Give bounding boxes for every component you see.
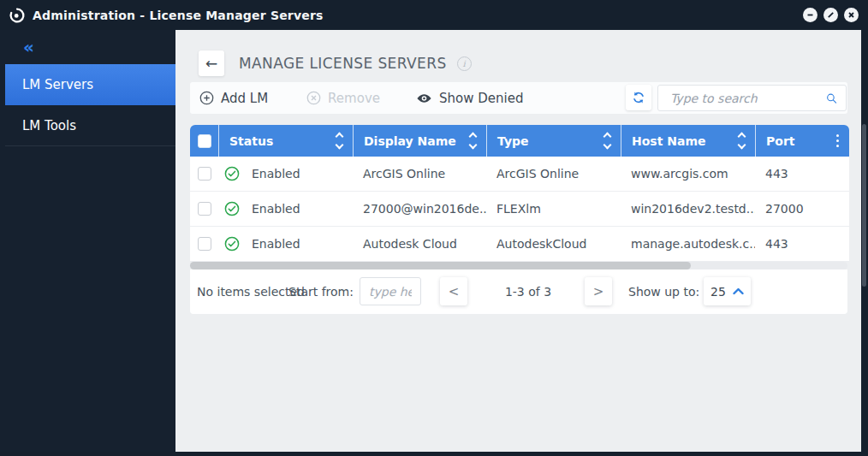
- search-input[interactable]: [658, 92, 826, 105]
- column-label: Type: [497, 134, 529, 148]
- page-size-value: 25: [710, 285, 726, 299]
- status-text: Enabled: [252, 237, 300, 251]
- column-header-status[interactable]: Status: [218, 125, 353, 157]
- remove-button[interactable]: Remove: [306, 91, 380, 106]
- app-logo-icon: [9, 7, 26, 24]
- port-cell: 443: [755, 227, 849, 261]
- row-checkbox[interactable]: [198, 167, 211, 181]
- page-header: ← MANAGE LICENSE SERVERS i: [199, 50, 472, 76]
- refresh-icon: [632, 91, 645, 104]
- sidebar-item-lm-servers[interactable]: LM Servers: [5, 64, 175, 105]
- start-from-input[interactable]: [360, 277, 421, 305]
- next-page-button[interactable]: >: [585, 277, 612, 305]
- search-box: [657, 85, 847, 111]
- sort-icon[interactable]: [604, 133, 610, 148]
- status-enabled-icon: [224, 166, 240, 181]
- page-title: MANAGE LICENSE SERVERS: [239, 55, 447, 72]
- column-header-type[interactable]: Type: [486, 125, 621, 157]
- chevron-up-icon: [733, 287, 744, 295]
- search-icon[interactable]: [826, 91, 837, 106]
- show-up-to-label: Show up to:: [628, 285, 699, 299]
- sidebar-collapse-icon[interactable]: «: [23, 37, 34, 57]
- host-name-cell: win2016dev2.testd...: [621, 192, 755, 226]
- column-header-port[interactable]: Port: [755, 125, 849, 157]
- sort-icon[interactable]: [470, 133, 476, 148]
- show-denied-button[interactable]: Show Denied: [416, 91, 523, 106]
- sidebar-item-lm-tools[interactable]: LM Tools: [5, 105, 175, 146]
- column-label: Port: [766, 134, 794, 148]
- page-range-text: 1-3 of 3: [477, 285, 580, 299]
- start-from-label: Start from:: [288, 285, 354, 299]
- column-header-display-name[interactable]: Display Name: [353, 125, 486, 157]
- column-menu-icon[interactable]: [836, 134, 839, 147]
- port-cell: 27000: [755, 192, 849, 226]
- table-row[interactable]: Enabled 27000@win2016de... FLEXlm win201…: [190, 192, 849, 227]
- add-icon: [199, 91, 214, 105]
- column-label: Display Name: [364, 134, 456, 148]
- app-window: Administration - License Manager Servers…: [0, 0, 868, 456]
- row-checkbox[interactable]: [198, 237, 211, 251]
- host-name-cell: manage.autodesk.c...: [621, 227, 755, 261]
- port-cell: 443: [755, 157, 849, 191]
- titlebar: Administration - License Manager Servers: [0, 0, 868, 30]
- sidebar: « LM Servers LM Tools: [0, 30, 175, 452]
- select-all-cell: [190, 125, 218, 157]
- sort-icon[interactable]: [336, 133, 342, 148]
- maximize-disabled-button[interactable]: [823, 8, 838, 22]
- refresh-button[interactable]: [626, 85, 651, 110]
- horizontal-scrollbar[interactable]: [190, 262, 847, 269]
- table-row[interactable]: Enabled ArcGIS Online ArcGIS Online www.…: [190, 157, 849, 192]
- horizontal-scrollbar-thumb[interactable]: [190, 262, 691, 269]
- status-enabled-icon: [224, 236, 240, 252]
- column-label: Status: [229, 134, 273, 148]
- remove-label: Remove: [328, 91, 380, 106]
- vertical-scrollbar-thumb[interactable]: [862, 124, 866, 287]
- status-enabled-icon: [224, 201, 240, 216]
- sort-icon[interactable]: [739, 133, 745, 148]
- type-cell: ArcGIS Online: [486, 157, 621, 191]
- display-name-cell: ArcGIS Online: [353, 157, 486, 191]
- table-body: Enabled ArcGIS Online ArcGIS Online www.…: [190, 157, 849, 262]
- info-icon[interactable]: i: [457, 56, 472, 71]
- row-checkbox[interactable]: [198, 202, 211, 216]
- minimize-button[interactable]: [803, 8, 817, 22]
- window-controls: [803, 8, 859, 22]
- show-denied-label: Show Denied: [439, 91, 523, 106]
- previous-page-button[interactable]: <: [440, 277, 467, 305]
- table-footer: No items selected Start from: < 1-3 of 3…: [190, 269, 847, 314]
- toolbar: Add LM Remove Show Denied: [190, 82, 847, 114]
- add-lm-button[interactable]: Add LM: [199, 91, 268, 106]
- table-header: Status Display Name Type Host Name Port: [190, 125, 849, 157]
- type-cell: AutodeskCloud: [486, 227, 621, 261]
- type-cell: FLEXlm: [486, 192, 621, 226]
- eye-icon: [416, 92, 432, 105]
- table-row[interactable]: Enabled Autodesk Cloud AutodeskCloud man…: [190, 227, 849, 262]
- status-text: Enabled: [252, 167, 300, 181]
- content-area: ← MANAGE LICENSE SERVERS i Add LM Remove: [175, 30, 861, 452]
- add-lm-label: Add LM: [221, 91, 268, 106]
- display-name-cell: 27000@win2016de...: [353, 192, 486, 226]
- column-header-host-name[interactable]: Host Name: [621, 125, 755, 157]
- host-name-cell: www.arcgis.com: [621, 157, 755, 191]
- column-label: Host Name: [632, 134, 705, 148]
- remove-icon: [306, 91, 321, 105]
- back-button[interactable]: ←: [199, 50, 224, 76]
- status-text: Enabled: [252, 202, 300, 216]
- select-all-checkbox[interactable]: [198, 134, 211, 148]
- close-button[interactable]: [844, 8, 859, 22]
- window-title: Administration - License Manager Servers: [33, 9, 324, 22]
- page-size-dropdown[interactable]: 25: [704, 277, 751, 305]
- display-name-cell: Autodesk Cloud: [353, 227, 486, 261]
